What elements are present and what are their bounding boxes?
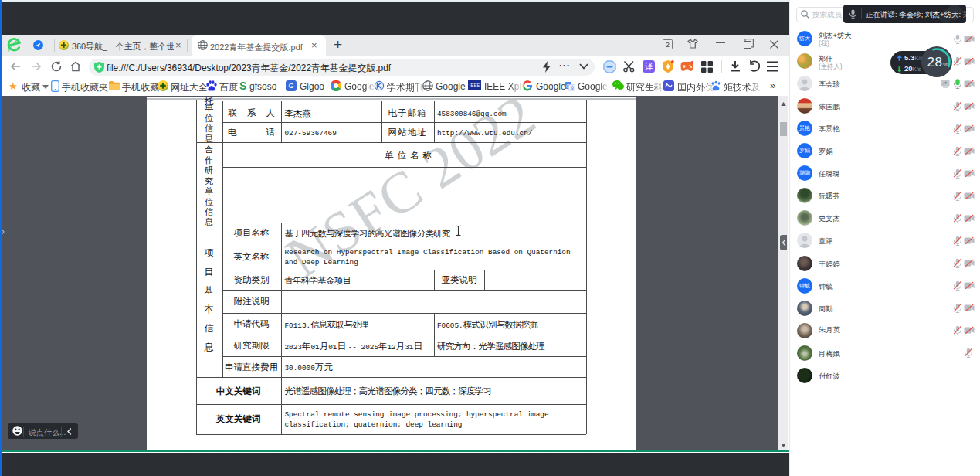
svg-text:文: 文 xyxy=(570,85,575,90)
